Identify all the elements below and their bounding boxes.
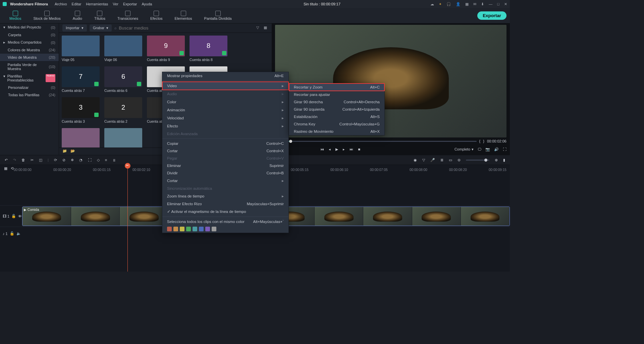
delete-icon[interactable]: 🗑: [21, 158, 25, 162]
playhead[interactable]: [127, 165, 128, 272]
panel-toggle-icon[interactable]: ▮: [503, 158, 505, 162]
mark-in-bracket[interactable]: {: [479, 139, 481, 143]
media-thumb[interactable]: 2Cuenta atrás 2: [104, 97, 142, 123]
context-item[interactable]: Mostrar propiedadesAlt+E: [162, 72, 288, 79]
media-thumb[interactable]: 9Cuenta atrás 9: [147, 36, 185, 62]
link-icon[interactable]: ⟲: [11, 166, 14, 171]
search-input[interactable]: ⌕: [114, 25, 254, 31]
sidebar-item[interactable]: ▾Medios del Proyecto(0): [0, 23, 59, 31]
sidebar-item[interactable]: ▸Medios Compartidos(0): [0, 39, 59, 46]
zoom-slider[interactable]: [466, 160, 489, 161]
cut-icon[interactable]: ✂: [31, 158, 34, 162]
headset-icon[interactable]: 🎧: [446, 2, 451, 6]
mixer-icon[interactable]: ◉: [414, 158, 417, 162]
sidebar-item[interactable]: Personalizar(0): [0, 84, 59, 91]
fullscreen-icon[interactable]: ⛶: [503, 147, 506, 151]
fit-icon[interactable]: ⛶: [88, 158, 92, 162]
snapshot-icon[interactable]: 📷: [485, 147, 490, 152]
sidebar-item[interactable]: Carpeta(0): [0, 31, 59, 39]
volume-icon[interactable]: 🔊: [494, 147, 499, 152]
mute-icon[interactable]: 🔈: [16, 231, 21, 236]
export-button[interactable]: Exportar: [477, 11, 506, 20]
mark-out-bracket[interactable]: }: [483, 139, 484, 143]
context-item[interactable]: Animación▸: [162, 106, 288, 114]
context-item[interactable]: Efecto▸: [162, 122, 288, 130]
keyframe-icon[interactable]: ◇: [97, 158, 100, 162]
step-fwd-icon[interactable]: ▸: [343, 147, 345, 152]
menu-view[interactable]: Ver: [113, 2, 118, 6]
context-item[interactable]: Recortar para ajustar: [289, 91, 384, 98]
list-icon[interactable]: ≣: [440, 158, 443, 162]
sidebar-item[interactable]: ▾Plantillas PreestablecidasNuevo: [0, 72, 59, 84]
freeze-icon[interactable]: ❄: [71, 158, 74, 162]
speed-icon[interactable]: ⟳: [54, 158, 57, 162]
color-swatch[interactable]: [180, 227, 184, 231]
context-item[interactable]: DividirControl+B: [162, 169, 288, 177]
sidebar-item[interactable]: Colores de Muestra(24): [0, 46, 59, 54]
context-item[interactable]: Girar 90 izquierdaControl+Alt+Izquierda: [289, 106, 384, 113]
tab-splitscreen[interactable]: Pantalla Dividida: [198, 9, 238, 22]
minimize-button[interactable]: —: [489, 2, 492, 6]
context-item[interactable]: Rastreo de MovimientoAlt+X: [289, 128, 384, 135]
cloud-icon[interactable]: ☁: [430, 2, 434, 6]
color-swatch[interactable]: [212, 227, 216, 231]
color-swatch[interactable]: [205, 227, 210, 231]
context-item[interactable]: Chroma KeyControl+Mayúsculas+G: [289, 120, 384, 128]
folder-add-icon[interactable]: 📂: [70, 149, 75, 154]
tab-elements[interactable]: Elementos: [169, 9, 198, 22]
color-swatch[interactable]: [173, 227, 178, 231]
context-item[interactable]: Selecciona todos los clips con el mismo …: [162, 218, 288, 225]
adjust-icon[interactable]: ≡: [105, 158, 107, 162]
media-thumb[interactable]: 8Cuenta atrás 8: [190, 36, 227, 62]
play-icon[interactable]: ▶: [335, 147, 338, 152]
maximize-button[interactable]: □: [497, 2, 499, 6]
download-icon[interactable]: ⬇: [481, 2, 484, 6]
document-icon[interactable]: ▦: [465, 2, 469, 6]
context-item[interactable]: Velocidad▸: [162, 114, 288, 122]
redo-icon[interactable]: ↷: [13, 158, 16, 162]
tab-effects[interactable]: Efectos: [144, 9, 169, 22]
tab-stock[interactable]: Stock de Medios: [27, 9, 66, 22]
filter-icon[interactable]: ▽: [256, 25, 261, 30]
sidebar-item[interactable]: Todas las Plantillas(24): [0, 91, 59, 99]
media-thumb[interactable]: Viaje 06: [104, 36, 142, 62]
context-item[interactable]: Cortar▸: [162, 177, 288, 185]
audio-wave-icon[interactable]: ⫼: [112, 158, 116, 162]
context-item[interactable]: Video▸: [162, 82, 288, 90]
zoom-out-icon[interactable]: ⊖: [458, 158, 461, 162]
step-back-icon[interactable]: ◂: [329, 147, 331, 152]
tab-media[interactable]: Medios: [3, 9, 27, 22]
record-dropdown[interactable]: Grabar▾: [90, 24, 112, 32]
go-start-icon[interactable]: ⏮: [320, 147, 324, 152]
bulb-icon[interactable]: ✦: [439, 2, 442, 6]
menu-edit[interactable]: Editar: [72, 2, 82, 6]
context-item[interactable]: EstabilizaciónAlt+S: [289, 113, 384, 120]
close-button[interactable]: ✕: [504, 2, 507, 6]
menu-file[interactable]: Archivo: [55, 2, 67, 6]
mail-icon[interactable]: ✉: [473, 2, 476, 6]
folder-icon[interactable]: 📁: [62, 149, 67, 154]
sidebar-item[interactable]: Video de Muestra(20): [0, 54, 59, 61]
context-item[interactable]: Recortar y ZoomAlt+C: [289, 83, 384, 91]
undo-icon[interactable]: ↶: [5, 158, 8, 162]
lock-icon[interactable]: 🔓: [11, 214, 16, 218]
visibility-icon[interactable]: 👁: [18, 214, 22, 218]
media-thumb[interactable]: Flor de Cerezo: [62, 128, 100, 148]
context-item[interactable]: CopiarControl+C: [162, 140, 288, 147]
go-end-icon[interactable]: ⏭: [350, 147, 353, 152]
media-thumb[interactable]: Viaje 05: [62, 36, 100, 62]
tab-audio[interactable]: Audio: [67, 9, 88, 22]
duration-icon[interactable]: ◔: [79, 158, 83, 162]
media-thumb[interactable]: 3Cuenta atrás 3: [62, 97, 100, 123]
context-item[interactable]: Girar 90 derechaControl+Alt+Derecha: [289, 98, 384, 106]
image-icon[interactable]: ▭: [449, 158, 452, 162]
lock-icon[interactable]: 🔓: [10, 231, 14, 236]
stop-icon[interactable]: ■: [358, 147, 360, 152]
crop-icon[interactable]: ◫: [39, 158, 42, 162]
color-swatch[interactable]: [199, 227, 204, 231]
menu-export[interactable]: Exportar: [123, 2, 137, 6]
preview-scrubber[interactable]: [275, 141, 477, 142]
zoom-in-icon[interactable]: ⊕: [495, 158, 498, 162]
menu-help[interactable]: Ayuda: [142, 2, 152, 6]
media-thumb[interactable]: Islas: [104, 128, 142, 148]
